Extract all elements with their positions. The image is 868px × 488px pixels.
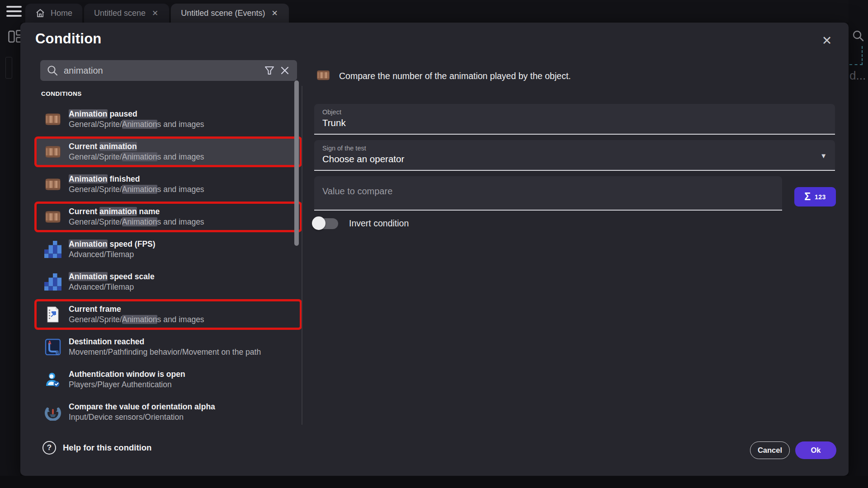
tab-label: Home — [51, 9, 72, 18]
selection-marquee — [862, 46, 863, 65]
condition-title: Animation finished — [69, 174, 294, 184]
search-icon[interactable] — [851, 29, 865, 42]
condition-list-item[interactable]: Animation pausedGeneral/Sprite/Animation… — [37, 106, 300, 132]
condition-subtitle: Input/Device sensors/Orientation — [69, 412, 294, 422]
condition-list-item[interactable]: Animation finishedGeneral/Sprite/Animati… — [37, 171, 300, 197]
tilemap-icon — [43, 241, 63, 258]
object-field-label: Object — [322, 108, 827, 116]
condition-subtitle: General/Sprite/Animations and images — [69, 119, 294, 130]
condition-list-item[interactable]: ABDestination reachedMovement/Pathfindin… — [37, 334, 300, 360]
condition-title: Animation speed (FPS) — [69, 239, 294, 249]
condition-text: Animation speed scaleAdvanced/Tilemap — [69, 272, 294, 292]
condition-title: Current frame — [69, 304, 294, 314]
tab-bar: HomeUntitled scene✕Untitled scene (Event… — [25, 4, 291, 23]
animation-icon — [43, 145, 63, 159]
toggle-knob — [312, 216, 326, 230]
condition-dialog: Condition ✕ CONDITIONS Animation — [20, 23, 849, 476]
condition-text: Animation finishedGeneral/Sprite/Animati… — [69, 174, 294, 195]
condition-subtitle: Advanced/Tilemap — [69, 282, 294, 292]
help-link[interactable]: ? Help for this condition — [42, 441, 151, 455]
condition-title: Compare the value of orientation alpha — [69, 402, 294, 412]
object-field-value: Trunk — [322, 117, 827, 128]
object-field[interactable]: Object Trunk — [314, 104, 835, 135]
condition-subtitle: General/Sprite/Animations and images — [69, 217, 294, 227]
frame-icon — [43, 306, 63, 323]
condition-title: Animation paused — [69, 109, 294, 119]
condition-text: Destination reachedMovement/Pathfinding … — [69, 337, 294, 357]
condition-text: Current animation nameGeneral/Sprite/Ani… — [69, 206, 294, 227]
invert-toggle-label: Invert condition — [349, 218, 409, 229]
condition-text: Authentication window is openPlayers/Pla… — [69, 369, 294, 390]
tab-untitled-scene[interactable]: Untitled scene✕ — [84, 4, 169, 23]
tab-close-icon[interactable]: ✕ — [151, 9, 159, 18]
auth-icon — [43, 371, 63, 388]
dialog-title: Condition — [35, 31, 101, 47]
condition-subtitle: Players/Player Authentication — [69, 380, 294, 390]
partial-button-outline — [5, 57, 12, 79]
value-input[interactable] — [322, 186, 774, 197]
invert-condition-row[interactable]: Invert condition — [312, 216, 409, 230]
condition-list-item[interactable]: Current animationGeneral/Sprite/Animatio… — [37, 139, 300, 165]
condition-list-item[interactable]: Current frameGeneral/Sprite/Animations a… — [37, 301, 300, 328]
close-icon[interactable]: ✕ — [819, 33, 835, 49]
condition-title: Authentication window is open — [69, 369, 294, 380]
bottom-background-strip — [0, 476, 868, 488]
tab-close-icon[interactable]: ✕ — [270, 9, 278, 18]
svg-text:A: A — [48, 340, 51, 345]
operator-select[interactable]: Sign of the test Choose an operator ▼ — [314, 140, 835, 171]
scrollbar-thumb[interactable] — [294, 80, 299, 246]
question-icon: ? — [42, 441, 56, 455]
home-icon — [35, 8, 45, 18]
list-section-header: CONDITIONS — [41, 90, 302, 97]
chevron-down-icon: ▼ — [820, 152, 827, 160]
list-divider — [302, 86, 302, 425]
conditions-list: CONDITIONS Animation pausedGeneral/Sprit… — [34, 86, 302, 425]
animation-icon — [43, 178, 63, 191]
condition-list-item[interactable]: Animation speed (FPS)Advanced/Tilemap — [37, 236, 300, 263]
condition-title: Current animation name — [69, 206, 294, 217]
condition-description-row: Compare the number of the animation play… — [316, 70, 571, 83]
search-icon — [47, 65, 58, 76]
condition-description: Compare the number of the animation play… — [339, 71, 571, 81]
condition-text: Current animationGeneral/Sprite/Animatio… — [69, 141, 294, 162]
condition-list-item[interactable]: Authentication window is openPlayers/Pla… — [37, 366, 300, 393]
selection-marquee — [849, 64, 863, 65]
filter-icon[interactable] — [262, 63, 277, 78]
app-window: HomeUntitled scene✕Untitled scene (Event… — [0, 0, 868, 488]
animation-icon — [43, 210, 63, 224]
condition-text: Current frameGeneral/Sprite/Animations a… — [69, 304, 294, 325]
condition-subtitle: General/Sprite/Animations and images — [69, 152, 294, 162]
svg-text:B: B — [56, 350, 59, 355]
condition-title: Current animation — [69, 141, 294, 152]
operator-value: Choose an operator — [322, 154, 827, 164]
numeric-badge: 123 — [815, 193, 826, 201]
menu-icon[interactable] — [6, 6, 22, 17]
operator-label: Sign of the test — [322, 145, 827, 152]
animation-icon — [316, 70, 330, 83]
orientation-icon — [43, 404, 63, 421]
value-field[interactable] — [314, 176, 782, 211]
top-bar: HomeUntitled scene✕Untitled scene (Event… — [0, 0, 868, 23]
tab-home[interactable]: Home — [25, 4, 82, 23]
search-input[interactable] — [64, 66, 262, 76]
truncated-label: d... — [849, 69, 866, 83]
expression-editor-button[interactable]: Σ 123 — [794, 187, 836, 206]
tab-label: Untitled scene — [94, 9, 146, 18]
right-background-strip: d... — [849, 0, 868, 488]
condition-list-item[interactable]: Animation speed scaleAdvanced/Tilemap — [37, 269, 300, 295]
condition-subtitle: General/Sprite/Animations and images — [69, 314, 294, 325]
invert-toggle[interactable] — [312, 216, 341, 230]
condition-text: Animation speed (FPS)Advanced/Tilemap — [69, 239, 294, 260]
cancel-button[interactable]: Cancel — [750, 441, 790, 459]
condition-list-item[interactable]: Current animation nameGeneral/Sprite/Ani… — [37, 204, 300, 230]
condition-subtitle: Advanced/Tilemap — [69, 249, 294, 260]
tab-label: Untitled scene (Events) — [181, 9, 265, 18]
animation-icon — [43, 113, 63, 126]
ok-button[interactable]: Ok — [795, 441, 836, 459]
condition-list-item[interactable]: Compare the value of orientation alphaIn… — [37, 399, 300, 425]
tilemap-icon — [43, 273, 63, 291]
tab-untitled-scene-events-[interactable]: Untitled scene (Events)✕ — [171, 4, 288, 23]
condition-search[interactable] — [40, 60, 297, 81]
sigma-icon: Σ — [804, 191, 811, 203]
clear-search-icon[interactable] — [277, 63, 292, 78]
